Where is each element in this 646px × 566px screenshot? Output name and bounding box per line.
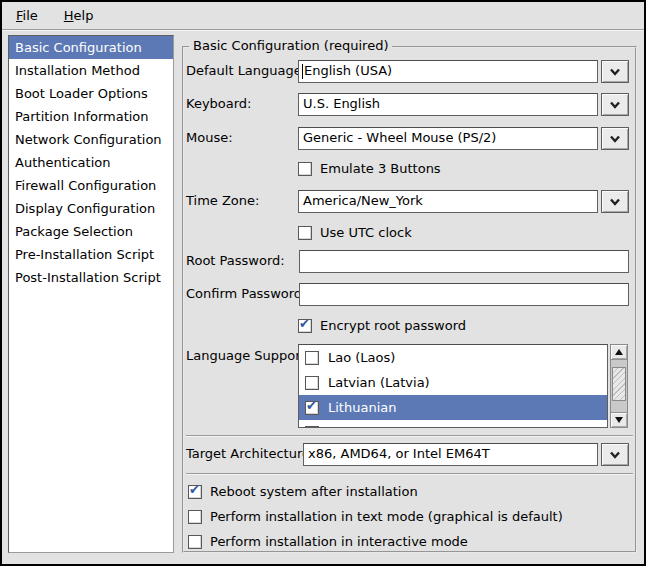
sidebar-item-partition-information[interactable]: Partition Information [9, 105, 173, 128]
chevron-down-icon [609, 68, 621, 76]
menu-file[interactable]: File [8, 5, 46, 26]
basic-configuration-panel: Basic Configuration (required) Default L… [182, 46, 637, 553]
keyboard-value: U.S. English [303, 96, 380, 111]
language-latvian-label: Latvian (Latvia) [328, 375, 430, 390]
separator [186, 435, 633, 437]
sidebar-item-firewall-configuration[interactable]: Firewall Configuration [9, 174, 173, 197]
confirm-password-field[interactable] [299, 283, 629, 306]
root-password-field[interactable] [299, 250, 629, 273]
emulate-3-buttons-checkbox[interactable] [298, 162, 312, 176]
time-zone-value: America/New_York [303, 193, 423, 208]
language-macedonian-label: Macedonian [328, 425, 407, 428]
sidebar-item-post-installation-script[interactable]: Post-Installation Script [9, 266, 173, 289]
section-list: Basic Configuration Installation Method … [8, 35, 174, 553]
time-zone-combo[interactable]: America/New_York [298, 190, 598, 213]
interactive-install-checkbox-row[interactable]: Perform installation in interactive mode [188, 533, 468, 550]
use-utc-clock-label: Use UTC clock [320, 225, 412, 240]
scrollbar-thumb[interactable] [612, 367, 626, 401]
language-lithuanian-label: Lithuanian [328, 400, 396, 415]
mouse-label: Mouse: [186, 130, 233, 145]
chevron-down-icon [609, 135, 621, 143]
root-password-label: Root Password: [186, 253, 285, 268]
language-option-lithuanian[interactable]: Lithuanian [299, 395, 607, 420]
sidebar-item-display-configuration[interactable]: Display Configuration [9, 197, 173, 220]
sidebar-item-basic-configuration[interactable]: Basic Configuration [9, 36, 173, 59]
language-support-list: Lao (Laos) Latvian (Latvia) Lithuanian M… [298, 344, 608, 428]
language-support-label: Language Support: [186, 348, 310, 363]
time-zone-label: Time Zone: [186, 193, 259, 208]
mouse-value: Generic - Wheel Mouse (PS/2) [303, 130, 496, 145]
reboot-after-install-label: Reboot system after installation [210, 484, 418, 499]
text-mode-install-label: Perform installation in text mode (graph… [210, 509, 563, 524]
menu-help[interactable]: Help [56, 5, 102, 26]
emulate-3-buttons-checkbox-row[interactable]: Emulate 3 Buttons [298, 160, 441, 177]
sidebar-item-package-selection[interactable]: Package Selection [9, 220, 173, 243]
text-mode-install-checkbox-row[interactable]: Perform installation in text mode (graph… [188, 508, 563, 525]
interactive-install-label: Perform installation in interactive mode [210, 534, 468, 549]
target-architecture-dropdown-button[interactable] [601, 443, 629, 466]
group-title: Basic Configuration (required) [189, 38, 392, 53]
target-architecture-combo[interactable]: x86, AMD64, or Intel EM64T [303, 443, 598, 466]
sidebar-item-authentication[interactable]: Authentication [9, 151, 173, 174]
language-latvian-checkbox[interactable] [305, 376, 319, 390]
language-option-macedonian[interactable]: Macedonian [299, 420, 607, 428]
menu-help-label: Help [64, 8, 94, 23]
scroll-up-button[interactable] [611, 345, 627, 360]
arrow-down-icon [615, 417, 623, 423]
chevron-down-icon [609, 451, 621, 459]
language-lao-checkbox[interactable] [305, 351, 319, 365]
default-language-label: Default Language: [186, 63, 306, 78]
default-language-value: English (USA) [304, 63, 392, 78]
use-utc-clock-checkbox-row[interactable]: Use UTC clock [298, 224, 412, 241]
language-option-latvian[interactable]: Latvian (Latvia) [299, 370, 607, 395]
menu-file-label: File [16, 8, 38, 23]
mouse-dropdown-button[interactable] [601, 127, 629, 150]
separator [186, 473, 633, 475]
sidebar-item-boot-loader-options[interactable]: Boot Loader Options [9, 82, 173, 105]
chevron-down-icon [609, 101, 621, 109]
language-lao-label: Lao (Laos) [328, 350, 395, 365]
sidebar-item-network-configuration[interactable]: Network Configuration [9, 128, 173, 151]
encrypt-root-password-label: Encrypt root password [320, 318, 466, 333]
encrypt-root-password-checkbox[interactable] [298, 319, 312, 333]
time-zone-dropdown-button[interactable] [601, 190, 629, 213]
reboot-after-install-checkbox[interactable] [188, 485, 202, 499]
reboot-after-install-checkbox-row[interactable]: Reboot system after installation [188, 483, 418, 500]
confirm-password-label: Confirm Password: [186, 286, 306, 301]
text-mode-install-checkbox[interactable] [188, 510, 202, 524]
scroll-down-button[interactable] [611, 412, 627, 427]
target-architecture-label: Target Architecture: [186, 446, 314, 461]
kickstart-configurator-window: File Help Basic Configuration Installati… [0, 0, 646, 566]
language-list-scrollbar[interactable] [610, 344, 628, 428]
text-cursor [302, 64, 303, 79]
interactive-install-checkbox[interactable] [188, 535, 202, 549]
keyboard-combo[interactable]: U.S. English [298, 93, 598, 116]
emulate-3-buttons-label: Emulate 3 Buttons [320, 161, 441, 176]
default-language-dropdown-button[interactable] [601, 60, 629, 83]
language-lithuanian-checkbox[interactable] [305, 401, 319, 415]
keyboard-label: Keyboard: [186, 96, 252, 111]
use-utc-clock-checkbox[interactable] [298, 226, 312, 240]
keyboard-dropdown-button[interactable] [601, 93, 629, 116]
encrypt-root-password-checkbox-row[interactable]: Encrypt root password [298, 317, 466, 334]
language-macedonian-checkbox[interactable] [305, 426, 319, 429]
chevron-down-icon [609, 198, 621, 206]
mouse-combo[interactable]: Generic - Wheel Mouse (PS/2) [298, 127, 598, 150]
sidebar-item-pre-installation-script[interactable]: Pre-Installation Script [9, 243, 173, 266]
default-language-combo[interactable]: English (USA) [298, 60, 598, 83]
arrow-up-icon [615, 349, 623, 355]
menubar: File Help [2, 2, 644, 30]
language-option-lao[interactable]: Lao (Laos) [299, 345, 607, 370]
sidebar-item-installation-method[interactable]: Installation Method [9, 59, 173, 82]
target-architecture-value: x86, AMD64, or Intel EM64T [308, 446, 490, 461]
